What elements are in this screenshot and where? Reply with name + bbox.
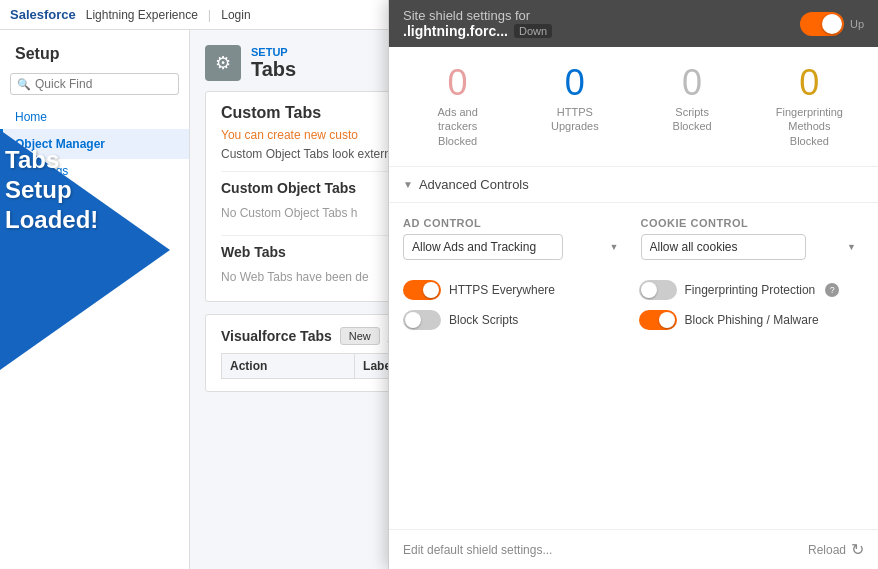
reload-area[interactable]: Reload ↻ [808,540,864,559]
stat-scripts-number: 0 [634,65,751,101]
stat-scripts-label: ScriptsBlocked [634,105,751,134]
shield-footer: Edit default shield settings... Reload ↻ [389,529,878,569]
sidebar-item-home[interactable]: Home [0,105,189,129]
controls-grid: Ad Control Allow Ads and Tracking Block … [389,203,878,274]
shield-main-toggle[interactable] [800,12,844,36]
toggle-fingerprint: Fingerprinting Protection ? [639,280,865,300]
ad-control-group: Ad Control Allow Ads and Tracking Block … [403,217,627,260]
reload-label: Reload [808,543,846,557]
fingerprint-help-icon[interactable]: ? [825,283,839,297]
scripts-toggle-label: Block Scripts [449,313,518,327]
https-toggle-knob [423,282,439,298]
blue-arrow-container: TabsSetupLoaded! [0,130,175,370]
visualforce-title: Visualforce Tabs [221,328,332,344]
gear-icon: ⚙ [205,45,241,81]
fingerprint-toggle-knob [641,282,657,298]
sidebar-search-icon: 🔍 [17,78,31,91]
topbar-nav-lightning[interactable]: Lightning Experience [86,8,198,22]
https-toggle-label: HTTPS Everywhere [449,283,555,297]
arrow-text: TabsSetupLoaded! [5,145,125,235]
toggle-phishing: Block Phishing / Malware [639,310,865,330]
stat-scripts: 0 ScriptsBlocked [634,65,751,148]
sidebar-search: 🔍 [10,73,179,95]
shield-domain: .lightning.forc... [403,23,508,39]
chevron-down-icon: ▼ [403,179,413,190]
shield-header: Site shield settings for .lightning.forc… [389,0,878,47]
cookie-control-select-wrapper: Allow all cookies Block third-party cook… [641,234,865,260]
shield-stats: 0 Ads andtrackersBlocked 0 HTTPSUpgrades… [389,47,878,167]
new-button[interactable]: New [340,327,380,345]
reload-icon: ↻ [851,540,864,559]
toggle-scripts: Block Scripts [403,310,629,330]
shield-toggle-knob [822,14,842,34]
shield-popup: Site shield settings for .lightning.forc… [388,0,878,569]
ad-control-select-wrapper: Allow Ads and Tracking Block Ads Block A… [403,234,627,260]
col-action: Action [222,354,355,379]
shield-status-up: Up [850,18,864,30]
ad-control-select[interactable]: Allow Ads and Tracking Block Ads Block A… [403,234,563,260]
toggle-https: HTTPS Everywhere [403,280,629,300]
fingerprint-toggle[interactable] [639,280,677,300]
stat-https: 0 HTTPSUpgrades [516,65,633,148]
stat-https-number: 0 [516,65,633,101]
sidebar-header: Setup [0,40,189,73]
stat-fingerprint-number: 0 [751,65,868,101]
edit-default-link[interactable]: Edit default shield settings... [403,543,552,557]
cookie-control-group: Cookie Control Allow all cookies Block t… [641,217,865,260]
shield-domain-row: .lightning.forc... Down [403,23,552,39]
setup-title: Tabs [251,58,296,81]
sidebar-search-input[interactable] [35,77,155,91]
stat-ads: 0 Ads andtrackersBlocked [399,65,516,148]
advanced-header[interactable]: ▼ Advanced Controls [389,167,878,203]
shield-advanced: ▼ Advanced Controls Ad Control Allow Ads… [389,167,878,529]
topbar-nav-login[interactable]: Login [221,8,250,22]
advanced-label: Advanced Controls [419,177,529,192]
cookie-control-label: Cookie Control [641,217,865,229]
stat-https-label: HTTPSUpgrades [516,105,633,134]
sf-brand: Salesforce [10,7,76,22]
phishing-toggle[interactable] [639,310,677,330]
shield-header-title: Site shield settings for [403,8,552,23]
setup-label: SETUP [251,46,296,58]
shield-status-down: Down [514,24,552,38]
ad-control-label: Ad Control [403,217,627,229]
scripts-toggle-knob [405,312,421,328]
phishing-toggle-knob [659,312,675,328]
phishing-toggle-label: Block Phishing / Malware [685,313,819,327]
toggle-rows: HTTPS Everywhere Fingerprinting Protecti… [389,274,878,344]
https-toggle[interactable] [403,280,441,300]
stat-ads-label: Ads andtrackersBlocked [399,105,516,148]
stat-fingerprint-label: FingerprintingMethodsBlocked [751,105,868,148]
scripts-toggle[interactable] [403,310,441,330]
stat-fingerprint: 0 FingerprintingMethodsBlocked [751,65,868,148]
fingerprint-toggle-label: Fingerprinting Protection [685,283,816,297]
cookie-control-select[interactable]: Allow all cookies Block third-party cook… [641,234,806,260]
shield-toggle-area: Up [800,12,864,36]
stat-ads-number: 0 [399,65,516,101]
